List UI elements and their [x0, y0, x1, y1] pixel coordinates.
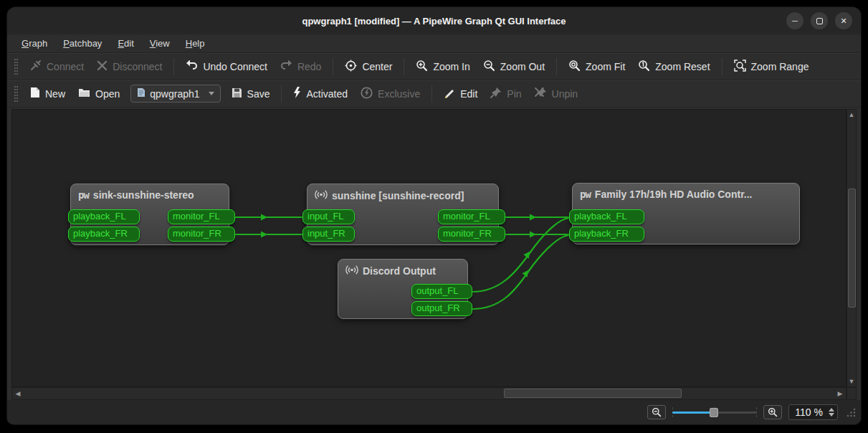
toolbar-separator	[404, 58, 404, 75]
minimize-icon: ─	[792, 16, 798, 25]
save-button[interactable]: Save	[225, 84, 277, 104]
toolbar-separator	[333, 58, 333, 75]
pipewire-icon: pw	[580, 189, 591, 200]
statusbar-zoom-out-button[interactable]	[647, 405, 666, 419]
port-sink-playback-fr[interactable]: playback_FR	[68, 227, 140, 242]
patchbay-selector-value: qpwgraph1	[150, 88, 199, 100]
toolbar-main: Connect Disconnect Undo Connect Redo Cen…	[7, 53, 861, 80]
zoom-in-icon	[768, 407, 778, 417]
statusbar: 110 %	[7, 400, 861, 424]
port-sunshine-monitor-fl[interactable]: monitor_FL	[438, 209, 505, 224]
scrollbar-corner	[846, 387, 857, 400]
toolbar-drag-handle[interactable]	[14, 59, 18, 75]
zoom-in-icon	[416, 60, 428, 74]
vertical-scrollbar[interactable]: ▲ ▼	[846, 109, 857, 387]
menubar: Graph Patchbay Edit View Help	[7, 34, 861, 53]
toolbar-patchbay: New Open qpwgraph1 Save Activated Exclus…	[7, 80, 861, 108]
open-button[interactable]: Open	[72, 84, 126, 103]
wire-discord-to-family-fr	[472, 235, 569, 309]
activated-button[interactable]: Activated	[287, 83, 354, 104]
port-discord-output-fl[interactable]: output_FL	[411, 284, 472, 299]
redo-button[interactable]: Redo	[274, 57, 328, 77]
undo-connect-button[interactable]: Undo Connect	[179, 57, 274, 77]
port-sink-monitor-fl[interactable]: monitor_FL	[168, 209, 235, 224]
toolbar-separator	[281, 85, 282, 103]
exclusive-button[interactable]: Exclusive	[354, 83, 426, 105]
graph-canvas[interactable]: pw sink-sunshine-stereo playback_FL play…	[11, 109, 846, 387]
zoom-slider-handle[interactable]	[710, 408, 718, 417]
port-family-playback-fr[interactable]: playback_FR	[569, 227, 644, 242]
scroll-right-icon[interactable]: ▶	[834, 388, 846, 399]
zoom-in-button[interactable]: Zoom In	[409, 56, 476, 77]
stream-icon	[315, 189, 328, 202]
port-family-playback-fl[interactable]: playback_FL	[569, 209, 644, 224]
patchbay-selector[interactable]: qpwgraph1	[130, 85, 220, 103]
maximize-icon	[816, 18, 823, 24]
menu-help[interactable]: Help	[178, 36, 212, 51]
maximize-button[interactable]	[811, 12, 828, 29]
save-icon	[232, 87, 242, 100]
titlebar[interactable]: qpwgraph1 [modified] — A PipeWire Graph …	[7, 7, 861, 34]
edit-button[interactable]: Edit	[437, 83, 484, 104]
menu-view[interactable]: View	[143, 36, 177, 51]
pin-button[interactable]: Pin	[484, 83, 528, 104]
zoom-slider[interactable]	[672, 406, 757, 418]
zoom-fit-button[interactable]: Zoom Fit	[562, 56, 631, 77]
horizontal-scrollbar[interactable]: ◀ ▶	[11, 387, 846, 400]
zoom-out-icon	[652, 407, 662, 417]
disconnect-icon	[97, 60, 108, 73]
unpin-button[interactable]: Unpin	[528, 83, 585, 104]
open-folder-icon	[78, 87, 90, 100]
vertical-scrollbar-thumb[interactable]	[848, 189, 856, 308]
resize-grip[interactable]	[846, 407, 857, 418]
connection-wires	[12, 110, 846, 387]
zoom-range-icon	[734, 60, 746, 74]
zoom-percent-value: 110 %	[795, 406, 823, 418]
activated-bolt-icon	[293, 87, 301, 100]
new-button[interactable]: New	[24, 83, 72, 104]
port-sunshine-monitor-fr[interactable]: monitor_FR	[438, 227, 505, 242]
node-title-text: sunshine [sunshine-record]	[332, 190, 464, 201]
toolbar-drag-handle[interactable]	[14, 86, 18, 102]
center-button[interactable]: Center	[338, 56, 399, 77]
node-header: pw sink-sunshine-stereo	[71, 184, 229, 204]
zoom-slider-fill	[672, 411, 712, 414]
stream-icon	[345, 265, 358, 277]
port-discord-output-fr[interactable]: output_FR	[411, 301, 472, 316]
spin-up-icon[interactable]	[829, 408, 834, 411]
new-file-icon	[30, 87, 40, 100]
scroll-up-icon[interactable]: ▲	[846, 110, 857, 120]
node-title-text: Family 17h/19h HD Audio Contr...	[595, 189, 753, 200]
minimize-button[interactable]: ─	[786, 12, 803, 29]
toolbar-separator	[722, 58, 722, 75]
scroll-down-icon[interactable]: ▼	[846, 376, 857, 386]
window-title: qpwgraph1 [modified] — A PipeWire Graph …	[302, 16, 566, 27]
zoom-fit-icon	[568, 60, 581, 74]
close-button[interactable]: ✕	[835, 12, 852, 29]
undo-icon	[186, 60, 198, 73]
zoom-out-button[interactable]: Zoom Out	[477, 56, 551, 77]
port-sink-monitor-fr[interactable]: monitor_FR	[168, 227, 235, 242]
horizontal-scrollbar-thumb[interactable]	[504, 389, 682, 398]
edit-pencil-icon	[444, 87, 455, 100]
unpin-icon	[535, 87, 547, 100]
menu-patchbay[interactable]: Patchbay	[56, 36, 109, 51]
toolbar-separator	[556, 58, 557, 75]
menu-graph[interactable]: Graph	[14, 36, 54, 51]
zoom-reset-button[interactable]: Zoom Reset	[631, 56, 716, 77]
toolbar-separator	[431, 85, 432, 103]
scroll-left-icon[interactable]: ◀	[12, 388, 24, 399]
toolbar-separator	[173, 58, 174, 75]
zoom-range-button[interactable]: Zoom Range	[728, 56, 816, 77]
zoom-percent-spinbox[interactable]: 110 %	[788, 404, 838, 420]
spinbox-arrows[interactable]	[827, 408, 836, 417]
disconnect-button[interactable]: Disconnect	[90, 57, 168, 77]
statusbar-zoom-in-button[interactable]	[763, 405, 782, 419]
app-window: qpwgraph1 [modified] — A PipeWire Graph …	[7, 7, 861, 424]
port-sunshine-input-fl[interactable]: input_FL	[302, 209, 355, 224]
port-sunshine-input-fr[interactable]: input_FR	[302, 227, 355, 242]
connect-button[interactable]: Connect	[24, 56, 90, 77]
port-sink-playback-fl[interactable]: playback_FL	[68, 209, 140, 224]
spin-down-icon[interactable]	[829, 413, 834, 417]
menu-edit[interactable]: Edit	[110, 36, 140, 51]
